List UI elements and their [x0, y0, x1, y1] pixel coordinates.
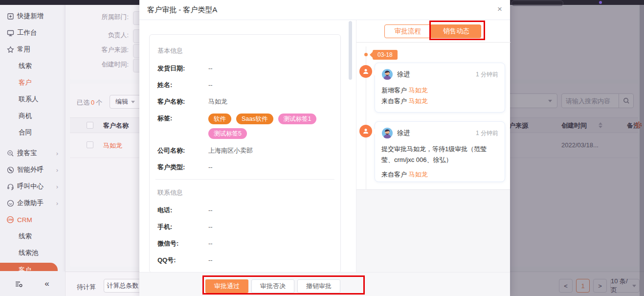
activity-pane-footer-area [356, 189, 510, 272]
filter-label-owner: 负责人: [73, 31, 129, 40]
withdraw-button[interactable]: 撤销审批 [297, 279, 340, 293]
field-value: -- [201, 64, 213, 73]
collapse-sidebar-icon[interactable] [42, 279, 52, 289]
sidebar-item-quick-add[interactable]: 快捷新增 [0, 8, 65, 24]
selected-count-text: 已选0个 [77, 98, 102, 107]
menu-settings-icon[interactable] [14, 279, 23, 289]
tab-sales-activity[interactable]: 销售动态 [431, 24, 481, 38]
field-label: 电话: [157, 205, 201, 215]
field-value: -- [201, 239, 213, 249]
customer-link[interactable]: 马如龙 [409, 87, 428, 94]
star-icon [6, 46, 14, 53]
close-icon[interactable] [497, 4, 502, 14]
field-value: -- [201, 162, 213, 172]
modal-scrollbar-thumb[interactable] [349, 21, 352, 80]
user-avatar-icon [359, 125, 372, 137]
activity-card: 徐进 1 分钟前 新增客户 马如龙 来自客户 马如龙 [375, 63, 505, 113]
search-circle-icon [6, 149, 14, 157]
field-row: 发货日期:-- [157, 64, 333, 73]
column-header-name[interactable]: 客户名称 [103, 121, 129, 130]
svg-text:CRM: CRM [8, 219, 13, 221]
sidebar-item-label: 线索 [19, 62, 32, 70]
timeline-dot [364, 53, 368, 56]
tag-pill[interactable]: 软件 [208, 114, 231, 124]
edit-button-label: 编辑 [115, 97, 128, 106]
approve-button[interactable]: 审批通过 [205, 279, 248, 293]
modal-title: 客户审批 - 客户类型A [147, 5, 217, 15]
modal-header: 客户审批 - 客户类型A [139, 0, 510, 20]
sidebar-item-label: 常用 [17, 45, 30, 54]
sidebar-item-label: 客户 [19, 266, 31, 271]
sidebar-item-crm-lead-pool[interactable]: 线索池 [0, 245, 65, 261]
field-label: 标签: [157, 114, 201, 139]
page-scrollbar-area[interactable] [640, 5, 644, 296]
customer-link[interactable]: 马如龙 [409, 171, 428, 178]
sidebar-item-smart-call[interactable]: 智能外呼 [0, 161, 65, 178]
activity-time: 1 分钟前 [476, 70, 498, 79]
customer-link[interactable]: 马如龙 [409, 97, 428, 105]
approve-button-label: 审批通过 [214, 282, 240, 291]
sidebar-item-contacts[interactable]: 联系人 [0, 91, 65, 108]
tag-pill[interactable]: Saas软件 [236, 114, 273, 124]
field-row: 手机:-- [157, 222, 333, 232]
chat-circle-icon [6, 199, 14, 207]
customer-name-link[interactable]: 马如龙 [103, 141, 122, 150]
tag-list: 软件 Saas软件 测试标签1 测试标签5 [201, 114, 333, 139]
filter-label-created: 创建时间: [73, 60, 129, 69]
field-row: 姓名:-- [157, 80, 333, 90]
filter-label-source: 客户来源: [73, 46, 129, 54]
tab-approval-flow[interactable]: 审批流程 [384, 24, 431, 38]
reject-button[interactable]: 审批否决 [251, 279, 294, 293]
field-label: 客户名称: [157, 97, 201, 107]
chevron-right-icon [56, 183, 58, 190]
sidebar-item-label: 线索 [19, 232, 32, 241]
sidebar-item-label: 智能外呼 [17, 165, 44, 174]
sidebar-item-opportunities[interactable]: 商机 [0, 108, 65, 124]
select-all-checkbox[interactable] [87, 122, 93, 129]
sidebar-footer [0, 272, 65, 296]
activity-card: 徐进 1 分钟前 提交审批马如龙，等待1级审批（范莹莹、crm/jxc 006、… [375, 121, 505, 182]
field-value: 马如龙 [201, 97, 227, 107]
row-checkbox[interactable] [87, 141, 93, 148]
tag-pill[interactable]: 测试标签1 [278, 114, 317, 124]
sidebar-item-label: 合同 [19, 128, 32, 137]
sidebar-item-crm-customers-active[interactable]: 客户 [0, 263, 58, 271]
edit-button[interactable]: 编辑 [110, 95, 141, 109]
field-label: 微信号: [157, 239, 201, 249]
tab-label: 销售动态 [443, 27, 469, 36]
sidebar-item-customers[interactable]: 客户 [0, 74, 65, 91]
calc-total-button[interactable]: 计算总条数 [104, 279, 142, 293]
sidebar-item-contracts[interactable]: 合同 [0, 124, 65, 141]
headset-icon [6, 182, 14, 190]
chevron-right-icon [56, 166, 58, 174]
activity-card-header: 徐进 1 分钟前 [381, 68, 498, 80]
sidebar-item-workbench[interactable]: 工作台 [0, 24, 65, 41]
tag-pill[interactable]: 测试标签5 [208, 128, 247, 139]
sidebar-item-leads[interactable]: 线索 [0, 58, 65, 74]
withdraw-button-label: 撤销审批 [306, 282, 332, 291]
selected-count-value: 0 [89, 99, 96, 106]
sidebar-item-wecom-assistant[interactable]: 企微助手 [0, 195, 65, 211]
sidebar-item-label: 线索池 [19, 249, 39, 257]
chevron-down-icon [131, 101, 135, 103]
calc-total-label: 计算总条数 [107, 281, 139, 290]
sidebar-item-favorites[interactable]: 常用 [0, 41, 65, 58]
pending-calc-text: 待计算 [77, 283, 96, 292]
chevron-right-icon [56, 150, 58, 157]
activity-user-name: 徐进 [397, 129, 410, 137]
sidebar-item-call-center[interactable]: 呼叫中心 [0, 178, 65, 195]
sidebar: 快捷新增 工作台 常用 线索 客户 联系人 商机 合同 搜客宝 智能外呼 [0, 5, 66, 296]
approval-buttons: 审批通过 审批否决 撤销审批 [205, 279, 340, 293]
reject-button-label: 审批否决 [260, 282, 286, 291]
sidebar-item-label: 搜客宝 [17, 149, 37, 158]
field-label: 手机: [157, 222, 201, 232]
chevron-right-icon [56, 200, 58, 207]
sidebar-item-soukebao[interactable]: 搜客宝 [0, 145, 65, 161]
field-value: -- [201, 222, 213, 232]
activity-pane: 审批流程 销售动态 03-18 徐进 1 分钟前 新增客户 马如龙 来自客户 马… [356, 20, 510, 272]
sidebar-item-label: 联系人 [19, 95, 39, 104]
field-label: QQ号: [157, 255, 201, 265]
sidebar-item-crm-leads[interactable]: 线索 [0, 228, 65, 245]
modal-dim-overlay [510, 5, 644, 296]
sidebar-item-crm[interactable]: CRM CRM [0, 211, 65, 228]
